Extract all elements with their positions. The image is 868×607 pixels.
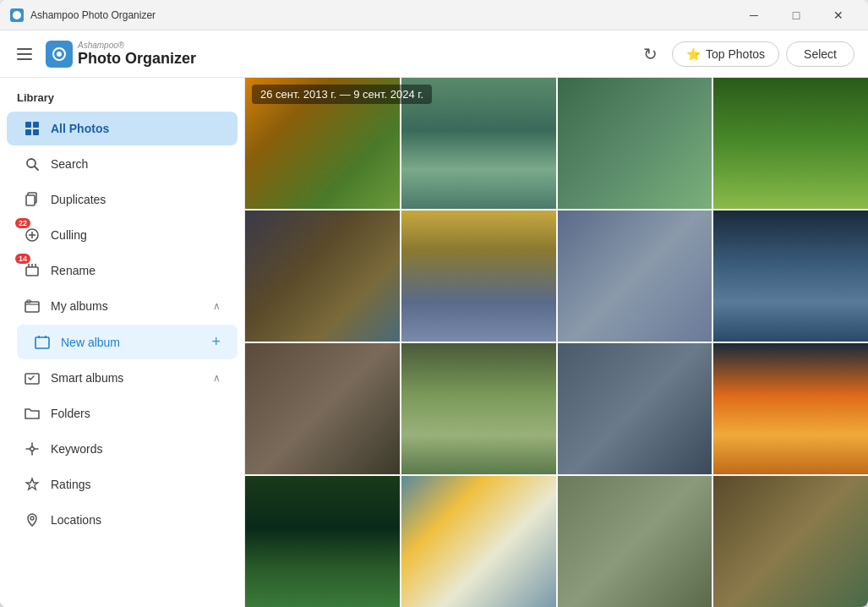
- sidebar-item-ratings[interactable]: Ratings: [7, 468, 237, 501]
- photo-cell[interactable]: [558, 476, 712, 607]
- svg-point-25: [30, 517, 34, 520]
- refresh-button[interactable]: ↻: [635, 39, 665, 69]
- close-button[interactable]: ✕: [819, 0, 858, 30]
- photo-thumb: [713, 211, 868, 342]
- culling-badge: 22: [15, 218, 30, 228]
- sidebar-item-my-albums[interactable]: My albums ∧: [7, 289, 237, 323]
- svg-rect-6: [33, 129, 39, 135]
- svg-rect-3: [25, 122, 31, 128]
- culling-label: Culling: [51, 228, 221, 242]
- appbar: Ashampoo® Photo Organizer ↻ ⭐ Top Photos…: [0, 30, 868, 78]
- svg-rect-4: [33, 122, 39, 128]
- select-button[interactable]: Select: [786, 41, 854, 67]
- sidebar-item-search[interactable]: Search: [7, 147, 237, 181]
- photo-thumb: [558, 211, 712, 342]
- sidebar-item-locations[interactable]: Locations: [7, 503, 237, 537]
- svg-rect-5: [25, 129, 31, 135]
- photo-thumb: [558, 343, 712, 474]
- keywords-icon: [24, 440, 41, 457]
- maximize-button[interactable]: □: [777, 0, 816, 30]
- all-photos-label: All Photos: [51, 122, 221, 135]
- top-photos-label: Top Photos: [706, 47, 765, 61]
- sidebar-item-all-photos[interactable]: All Photos: [7, 112, 237, 145]
- minimize-button[interactable]: ─: [734, 0, 773, 30]
- sidebar-item-culling[interactable]: 22 Culling: [7, 218, 237, 252]
- photo-cell[interactable]: [558, 343, 712, 474]
- photo-cell[interactable]: [401, 211, 556, 342]
- folders-label: Folders: [51, 407, 221, 420]
- my-albums-chevron: ∧: [213, 300, 221, 312]
- add-album-button[interactable]: +: [211, 333, 221, 351]
- library-label: Library: [0, 78, 244, 111]
- smart-albums-icon: [24, 369, 41, 386]
- photo-cell[interactable]: [713, 78, 868, 209]
- photo-thumb: [558, 78, 712, 209]
- photo-cell[interactable]: [245, 211, 400, 342]
- photo-thumb: [401, 476, 556, 607]
- sidebar: Library All Photos: [0, 78, 245, 607]
- app-name: Photo Organizer: [78, 50, 196, 68]
- appbar-actions: ↻ ⭐ Top Photos Select: [635, 39, 854, 69]
- search-label: Search: [51, 157, 221, 171]
- photo-cell[interactable]: [558, 211, 712, 342]
- photo-thumb: [245, 476, 400, 607]
- content-area: 26 сент. 2013 г. — 9 сент. 2024 г.: [245, 78, 868, 607]
- new-album-icon: [34, 334, 51, 351]
- svg-point-0: [13, 11, 21, 19]
- folders-icon: [24, 405, 41, 422]
- photo-cell[interactable]: [401, 343, 556, 474]
- ratings-icon: [24, 476, 41, 493]
- titlebar-controls: ─ □ ✕: [734, 0, 858, 30]
- all-photos-icon: [24, 120, 41, 137]
- smart-albums-chevron: ∧: [213, 372, 221, 384]
- svg-rect-10: [26, 195, 35, 205]
- star-icon: ⭐: [686, 47, 701, 61]
- sidebar-item-keywords[interactable]: Keywords: [7, 432, 237, 466]
- photos-grid-wrapper: 26 сент. 2013 г. — 9 сент. 2024 г.: [245, 78, 868, 607]
- duplicates-icon: [24, 191, 41, 208]
- photo-cell[interactable]: [245, 343, 400, 474]
- top-photos-button[interactable]: ⭐ Top Photos: [672, 41, 779, 67]
- select-label: Select: [804, 47, 837, 61]
- keywords-label: Keywords: [51, 442, 221, 456]
- photo-thumb: [401, 343, 556, 474]
- sidebar-item-smart-albums[interactable]: Smart albums ∧: [7, 361, 237, 395]
- search-icon: [24, 156, 41, 172]
- sidebar-item-folders[interactable]: Folders: [7, 396, 237, 430]
- photo-cell[interactable]: [713, 343, 868, 474]
- app-logo-icon: [46, 41, 73, 68]
- svg-rect-14: [26, 267, 38, 276]
- main-layout: Library All Photos: [0, 78, 868, 607]
- sidebar-item-new-album[interactable]: New album +: [17, 325, 237, 359]
- app-logo: Ashampoo® Photo Organizer: [46, 41, 196, 68]
- photo-cell[interactable]: [713, 476, 868, 607]
- photo-cell[interactable]: [245, 476, 400, 607]
- ratings-label: Ratings: [51, 478, 221, 491]
- titlebar-title: Ashampoo Photo Organizer: [30, 9, 728, 21]
- photo-thumb: [245, 211, 400, 342]
- photo-thumb: [245, 343, 400, 474]
- photo-thumb: [401, 211, 556, 342]
- sidebar-item-duplicates[interactable]: Duplicates: [7, 183, 237, 216]
- photo-thumb: [713, 78, 868, 209]
- photos-grid: [245, 78, 868, 607]
- date-range-overlay: 26 сент. 2013 г. — 9 сент. 2024 г.: [252, 85, 432, 104]
- app-logo-text: Ashampoo® Photo Organizer: [78, 41, 196, 68]
- photo-cell[interactable]: [558, 78, 712, 209]
- titlebar-icon: [10, 8, 24, 22]
- menu-icon[interactable]: [14, 45, 35, 63]
- rename-label: Rename: [51, 264, 221, 277]
- photo-cell[interactable]: [713, 211, 868, 342]
- photo-cell[interactable]: [401, 476, 556, 607]
- app-window: Ashampoo Photo Organizer ─ □ ✕ Ashampoo®…: [0, 0, 868, 607]
- rename-badge: 14: [15, 254, 30, 264]
- sidebar-item-rename[interactable]: 14 Rename: [7, 254, 237, 287]
- photo-thumb: [713, 476, 868, 607]
- refresh-icon: ↻: [643, 44, 658, 64]
- my-albums-label: My albums: [51, 299, 203, 313]
- svg-rect-20: [35, 337, 49, 348]
- duplicates-label: Duplicates: [51, 193, 221, 206]
- titlebar: Ashampoo Photo Organizer ─ □ ✕: [0, 0, 868, 30]
- photo-thumb: [558, 476, 712, 607]
- locations-icon: [24, 511, 41, 528]
